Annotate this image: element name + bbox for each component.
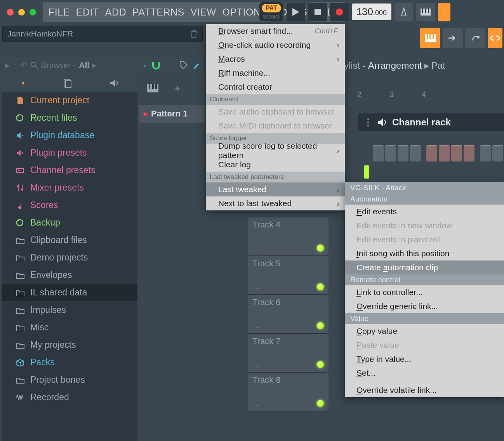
browser-item[interactable]: Recorded (2, 389, 137, 406)
step-button[interactable] (439, 145, 450, 161)
submenu-item-create-automation[interactable]: Create automation clip (345, 260, 504, 274)
track-header[interactable]: Track 7 ... (248, 334, 328, 373)
step-button[interactable] (373, 145, 384, 161)
playlist-view-button[interactable] (420, 28, 440, 48)
track-mute-led[interactable] (317, 283, 324, 290)
submenu-item[interactable]: Set... (345, 366, 504, 380)
nav-right-icon[interactable]: ▸ (5, 61, 10, 70)
browser-item[interactable]: Plugin database (2, 127, 137, 144)
step-button[interactable] (451, 145, 462, 161)
trash-icon[interactable] (190, 29, 198, 38)
browser-item[interactable]: Mixer presets (2, 179, 137, 196)
menu-item[interactable]: Control creator (206, 80, 345, 94)
step-button[interactable] (385, 145, 396, 161)
menu-item[interactable]: Riff machine... (206, 66, 345, 80)
wave-mode-icon[interactable]: ✦ (21, 80, 26, 87)
minimize-window[interactable] (18, 9, 25, 16)
browser-item[interactable]: Demo projects (2, 249, 137, 266)
speaker-mode-icon[interactable] (109, 79, 119, 87)
step-button[interactable] (426, 145, 437, 161)
tag-icon[interactable] (179, 61, 188, 69)
channel-rack-header[interactable]: ⋮ Channel rack (358, 113, 504, 131)
submenu-item[interactable]: Link to controller... (345, 285, 504, 299)
menu-edit[interactable]: EDIT (73, 2, 102, 22)
nav-up-icon[interactable]: ↑ (13, 61, 17, 70)
brush-icon[interactable] (192, 61, 200, 69)
playlist-crumb-2[interactable]: Arrangement (368, 60, 422, 71)
browser-item[interactable]: Packs (2, 354, 137, 371)
browser-item[interactable]: Scores (2, 196, 137, 214)
maximize-window[interactable] (30, 9, 36, 16)
menu-item[interactable]: Browser smart find... Cmd+F (206, 24, 345, 38)
step-button[interactable] (465, 28, 485, 48)
track-mute-led[interactable] (317, 361, 324, 368)
browser-item[interactable]: My projects (2, 336, 137, 354)
metronome-button[interactable] (395, 3, 413, 21)
track-options-icon[interactable]: ... (253, 282, 260, 291)
nav-back-icon[interactable]: ↶ (20, 61, 27, 70)
menu-item[interactable]: One-click audio recording › (206, 38, 345, 52)
next-button[interactable] (443, 28, 463, 48)
step-button[interactable] (398, 145, 408, 161)
record-button[interactable] (330, 3, 349, 21)
link-button[interactable] (488, 28, 502, 48)
pattern-item[interactable]: ▸ Pattern 1 (139, 105, 205, 123)
search-icon[interactable] (30, 61, 38, 69)
submenu-item[interactable]: Init song with this position (345, 247, 504, 260)
track-header[interactable]: Track 4 ... (248, 217, 328, 256)
browser-item[interactable]: Project bones (2, 371, 137, 389)
browser-item[interactable]: Clipboard files (2, 231, 137, 249)
keyboard-button[interactable] (416, 3, 435, 21)
menu-item[interactable]: Last tweaked › (206, 182, 345, 196)
play-icon[interactable]: ▸ (144, 62, 147, 69)
play-button[interactable] (287, 3, 305, 21)
browser-item[interactable]: Impulses (2, 301, 137, 319)
menu-view[interactable]: VIEW (188, 2, 219, 22)
browser-item[interactable]: Plugin presets (2, 144, 137, 161)
menu-item[interactable]: Macros › (206, 52, 345, 66)
menu-item[interactable]: Next to last tweaked › (206, 196, 345, 210)
browser-item[interactable]: Backup (2, 214, 137, 231)
track-mute-led[interactable] (317, 322, 324, 329)
submenu-item[interactable]: Override generic link... (345, 299, 504, 313)
menu-dots-icon[interactable]: ⋮ (363, 117, 373, 128)
countdown-button[interactable] (438, 3, 450, 21)
track-header[interactable]: Track 8 ... (248, 373, 328, 411)
track-mute-led[interactable] (317, 245, 324, 252)
browser-item[interactable]: Current project (2, 92, 137, 109)
step-button[interactable] (464, 145, 474, 161)
submenu-item[interactable]: Type in value... (345, 352, 504, 366)
track-header[interactable]: Track 5 ... (248, 256, 328, 295)
stop-button[interactable] (308, 3, 327, 21)
wave-tab-icon[interactable]: ✦ (174, 84, 181, 94)
track-options-icon[interactable]: ... (253, 399, 260, 408)
browser-filter[interactable]: All (79, 61, 89, 70)
menu-file[interactable]: FILE (45, 2, 73, 22)
browser-item[interactable]: IL shared data (2, 284, 137, 301)
menu-item[interactable]: Clear log (206, 158, 345, 172)
track-options-icon[interactable]: ... (253, 243, 260, 252)
track-header[interactable]: Track 6 ... (248, 295, 328, 334)
step-button[interactable] (480, 145, 491, 161)
track-options-icon[interactable]: ... (253, 321, 260, 330)
submenu-item[interactable]: Override volatile link... (345, 383, 504, 397)
step-button[interactable] (410, 145, 421, 161)
menu-add[interactable]: ADD (102, 2, 129, 22)
track-options-icon[interactable]: ... (253, 360, 260, 369)
close-window[interactable] (7, 9, 14, 16)
pat-song-toggle[interactable]: PAT SONG (259, 2, 283, 21)
magnet-icon[interactable] (151, 61, 161, 69)
browser-item[interactable]: Envelopes (2, 266, 137, 284)
browser-item[interactable]: Channel presets (2, 161, 137, 179)
step-sequencer[interactable] (373, 145, 504, 161)
tempo-display[interactable]: 130.000 (352, 3, 391, 20)
submenu-item[interactable]: Edit events (345, 205, 504, 219)
step-button[interactable] (492, 145, 503, 161)
menu-item[interactable]: Dump score log to selected pattern › (206, 144, 345, 158)
browser-item[interactable]: Recent files (2, 109, 137, 127)
piano-tab-icon[interactable] (147, 84, 158, 94)
menu-patterns[interactable]: PATTERNS (129, 2, 188, 22)
submenu-item[interactable]: Copy value (345, 324, 504, 338)
track-mute-led[interactable] (317, 400, 324, 407)
playlist-timeline[interactable]: 234 (357, 90, 426, 99)
